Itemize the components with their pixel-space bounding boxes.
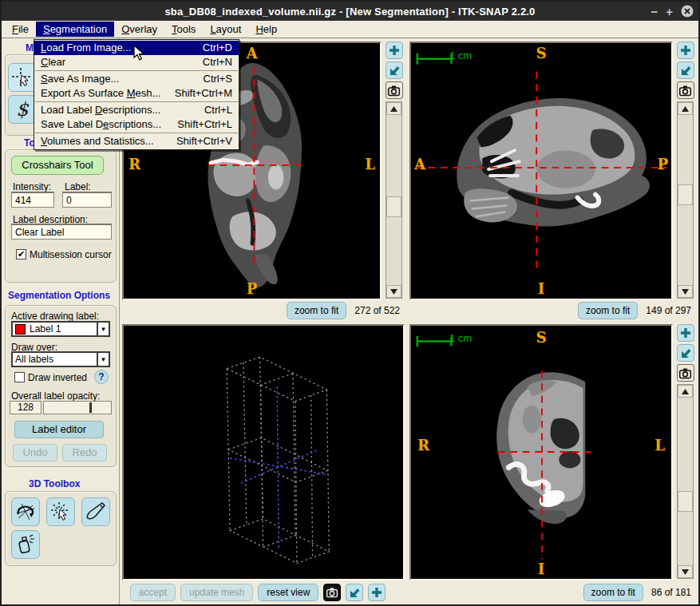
intensity-value-field[interactable]: 414 xyxy=(11,192,54,208)
orientation-label-left: L xyxy=(655,437,665,454)
export-view-button[interactable] xyxy=(386,61,403,79)
multisession-cursor-checkbox[interactable]: ✔ xyxy=(16,249,26,259)
crosshairs-tool-button[interactable] xyxy=(8,63,37,92)
label-editor-button[interactable]: Label editor xyxy=(14,421,104,438)
label-description-field[interactable]: Clear Label xyxy=(11,224,112,240)
zoom-in-button[interactable] xyxy=(386,42,403,59)
scroll-up-icon[interactable] xyxy=(678,102,693,115)
draw-over-dropdown[interactable]: All labels ▼ xyxy=(11,351,110,367)
screenshot-button[interactable] xyxy=(677,364,694,382)
menu-shortcut: Shift+Ctrl+V xyxy=(176,135,232,147)
menu-item-save-as-image[interactable]: Save As Image... Ctrl+S xyxy=(34,72,239,86)
multisession-cursor-label: Multisession cursor xyxy=(30,249,112,260)
scrollbar-thumb[interactable] xyxy=(678,491,693,512)
3d-spray-button[interactable] xyxy=(11,530,40,559)
crosshairs-tool-mode-button[interactable]: Crosshairs Tool xyxy=(11,156,104,175)
coronal-viewport[interactable]: 1 cm S R L I xyxy=(409,324,673,580)
export-arrow-icon xyxy=(679,64,692,77)
sagittal-viewport[interactable]: 1 cm S A P I xyxy=(409,42,673,300)
slider-handle[interactable] xyxy=(89,402,92,413)
axial-slice-scrollbar[interactable] xyxy=(386,101,402,299)
snake-tool-button[interactable]: $ xyxy=(8,95,37,124)
sagittal-quadrant: 1 cm S A P I xyxy=(407,38,698,321)
3d-trackball-button[interactable] xyxy=(11,497,40,526)
dropdown-arrow-icon: ▼ xyxy=(97,353,109,366)
scrollbar-thumb[interactable] xyxy=(386,196,401,217)
menu-segmentation[interactable]: Segmentation xyxy=(36,22,114,37)
export-view-button[interactable] xyxy=(677,344,694,362)
zoom-in-button[interactable] xyxy=(677,42,694,59)
menu-overlay[interactable]: Overlay xyxy=(114,22,164,37)
render3d-statusbar: accept update mesh reset view xyxy=(122,580,405,604)
opacity-value[interactable]: 128 xyxy=(10,401,42,414)
plus-icon xyxy=(370,586,383,599)
scroll-down-icon[interactable] xyxy=(678,565,693,578)
active-label-value: Label 1 xyxy=(30,323,61,335)
active-label-dropdown[interactable]: Label 1 ▼ xyxy=(11,321,110,337)
crosshair-3d-icon xyxy=(49,501,72,523)
menu-layout[interactable]: Layout xyxy=(203,22,248,37)
orientation-label-anterior: A xyxy=(414,156,425,172)
coronal-zoom-to-fit-button[interactable]: zoom to fit xyxy=(583,584,643,601)
redo-button[interactable]: Redo xyxy=(62,444,107,461)
sagittal-zoom-to-fit-button[interactable]: zoom to fit xyxy=(578,302,638,319)
menu-tools[interactable]: Tools xyxy=(164,22,203,37)
active-drawing-label: Active drawing label: xyxy=(11,311,99,322)
export-view-button[interactable] xyxy=(677,61,694,79)
accept-button[interactable]: accept xyxy=(130,584,176,601)
opacity-label: Overall label opacity: xyxy=(11,390,100,402)
reset-view-button[interactable]: reset view xyxy=(258,584,318,601)
scrollbar-thumb[interactable] xyxy=(678,184,693,205)
export-view-button[interactable] xyxy=(346,584,363,601)
update-mesh-button[interactable]: update mesh xyxy=(180,584,253,601)
zoom-in-button[interactable] xyxy=(368,584,386,601)
close-button[interactable] xyxy=(681,5,694,18)
maximize-button[interactable]: + xyxy=(666,6,673,18)
coronal-controls xyxy=(673,324,696,580)
menu-bar: File Segmentation Overlay Tools Layout H… xyxy=(2,21,698,38)
app-window: sba_DB08_indexed_volume.nii.gz - [New Se… xyxy=(0,0,700,606)
menu-item-volumes-and-statistics[interactable]: Volumes and Statistics... Shift+Ctrl+V xyxy=(34,134,239,149)
orientation-label-posterior: P xyxy=(247,280,258,297)
scroll-down-icon[interactable] xyxy=(386,285,401,298)
menu-separator xyxy=(35,101,238,102)
menu-file[interactable]: File xyxy=(5,22,36,37)
orientation-label-superior: S xyxy=(536,329,547,346)
menu-item-save-label-descriptions[interactable]: Save Label Descriptions... Shift+Ctrl+L xyxy=(34,117,239,132)
menu-shortcut: Ctrl+D xyxy=(203,42,232,53)
render3d-viewport[interactable] xyxy=(122,324,405,580)
axial-statusbar: zoom to fit 272 of 522 xyxy=(122,300,405,321)
menu-item-load-label-descriptions[interactable]: Load Label Descriptions... Ctrl+L xyxy=(34,103,239,117)
coronal-slice-scrollbar[interactable] xyxy=(677,384,694,579)
scroll-down-icon[interactable] xyxy=(678,285,693,298)
axial-zoom-to-fit-button[interactable]: zoom to fit xyxy=(287,302,346,319)
window-title: sba_DB08_indexed_volume.nii.gz - [New Se… xyxy=(2,6,698,18)
screenshot-button[interactable] xyxy=(323,584,341,601)
crosshair-cursor-icon xyxy=(11,66,34,89)
scroll-up-icon[interactable] xyxy=(386,102,401,115)
undo-button[interactable]: Undo xyxy=(13,444,57,461)
3d-scalpel-button[interactable] xyxy=(81,497,110,526)
screenshot-button[interactable] xyxy=(677,81,694,99)
menu-help[interactable]: Help xyxy=(248,22,284,37)
sagittal-slice-scrollbar[interactable] xyxy=(677,101,694,299)
export-arrow-icon xyxy=(348,586,361,599)
menu-item-export-surface-mesh[interactable]: Export As Surface Mesh... Shift+Ctrl+M xyxy=(34,86,239,101)
zoom-in-button[interactable] xyxy=(677,324,694,342)
coronal-statusbar: zoom to fit 86 of 181 xyxy=(409,580,696,604)
help-button[interactable]: ? xyxy=(94,370,109,384)
label-value-field[interactable]: 0 xyxy=(62,192,112,208)
screenshot-button[interactable] xyxy=(386,81,403,99)
scroll-up-icon[interactable] xyxy=(678,385,693,398)
mouse-cursor-icon xyxy=(133,45,145,61)
axial-controls xyxy=(382,42,405,300)
spraycan-icon xyxy=(14,533,37,556)
plus-icon xyxy=(679,327,692,339)
coronal-quadrant: 1 cm S R L I xyxy=(407,321,698,604)
menu-shortcut: Shift+Ctrl+L xyxy=(177,118,232,130)
minimize-button[interactable]: − xyxy=(651,6,658,18)
orientation-label-right: R xyxy=(129,156,140,172)
3d-crosshair-button[interactable] xyxy=(46,497,75,526)
draw-inverted-checkbox[interactable] xyxy=(14,372,25,382)
opacity-slider[interactable] xyxy=(43,401,112,414)
